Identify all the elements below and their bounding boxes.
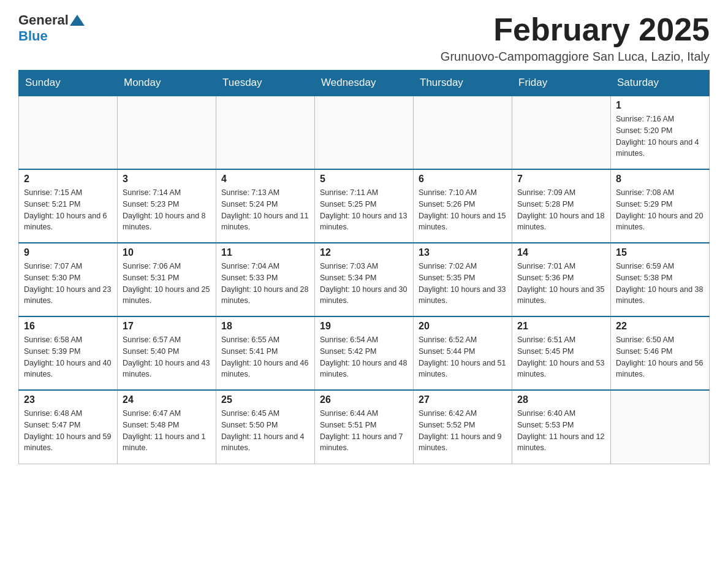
table-row xyxy=(611,390,710,464)
table-row: 15Sunrise: 6:59 AMSunset: 5:38 PMDayligh… xyxy=(611,243,710,316)
table-row xyxy=(19,96,118,169)
table-row: 8Sunrise: 7:08 AMSunset: 5:29 PMDaylight… xyxy=(611,169,710,243)
day-number: 3 xyxy=(123,174,211,185)
col-sunday: Sunday xyxy=(19,71,118,96)
day-number: 12 xyxy=(320,247,408,258)
day-number: 7 xyxy=(517,174,605,185)
day-info: Sunrise: 6:57 AMSunset: 5:40 PMDaylight:… xyxy=(123,334,211,380)
calendar-week-3: 9Sunrise: 7:07 AMSunset: 5:30 PMDaylight… xyxy=(19,243,710,316)
table-row: 9Sunrise: 7:07 AMSunset: 5:30 PMDaylight… xyxy=(19,243,118,316)
table-row: 7Sunrise: 7:09 AMSunset: 5:28 PMDaylight… xyxy=(512,169,611,243)
day-number: 21 xyxy=(517,321,605,332)
month-title: February 2025 xyxy=(441,12,710,47)
table-row: 4Sunrise: 7:13 AMSunset: 5:24 PMDaylight… xyxy=(216,169,315,243)
table-row xyxy=(414,96,512,169)
day-info: Sunrise: 7:07 AMSunset: 5:30 PMDaylight:… xyxy=(24,261,112,307)
table-row xyxy=(216,96,315,169)
day-info: Sunrise: 6:42 AMSunset: 5:52 PMDaylight:… xyxy=(419,408,507,454)
day-info: Sunrise: 6:51 AMSunset: 5:45 PMDaylight:… xyxy=(517,334,605,380)
day-number: 6 xyxy=(419,174,507,185)
calendar-week-1: 1Sunrise: 7:16 AMSunset: 5:20 PMDaylight… xyxy=(19,96,710,169)
day-info: Sunrise: 6:45 AMSunset: 5:50 PMDaylight:… xyxy=(221,408,309,454)
table-row: 3Sunrise: 7:14 AMSunset: 5:23 PMDaylight… xyxy=(118,169,216,243)
table-row xyxy=(512,96,611,169)
day-info: Sunrise: 7:16 AMSunset: 5:20 PMDaylight:… xyxy=(616,113,704,159)
table-row: 24Sunrise: 6:47 AMSunset: 5:48 PMDayligh… xyxy=(118,390,216,464)
day-info: Sunrise: 6:54 AMSunset: 5:42 PMDaylight:… xyxy=(320,334,408,380)
col-tuesday: Tuesday xyxy=(216,71,315,96)
day-number: 2 xyxy=(24,174,112,185)
day-number: 24 xyxy=(123,394,211,405)
table-row: 14Sunrise: 7:01 AMSunset: 5:36 PMDayligh… xyxy=(512,243,611,316)
day-number: 17 xyxy=(123,321,211,332)
table-row: 25Sunrise: 6:45 AMSunset: 5:50 PMDayligh… xyxy=(216,390,315,464)
logo: General Blue xyxy=(18,12,86,44)
page-header: General Blue February 2025 Grunuovo-Camp… xyxy=(18,12,710,64)
day-number: 13 xyxy=(419,247,507,258)
day-number: 27 xyxy=(419,394,507,405)
table-row: 20Sunrise: 6:52 AMSunset: 5:44 PMDayligh… xyxy=(414,316,512,390)
day-info: Sunrise: 6:55 AMSunset: 5:41 PMDaylight:… xyxy=(221,334,309,380)
table-row: 22Sunrise: 6:50 AMSunset: 5:46 PMDayligh… xyxy=(611,316,710,390)
day-info: Sunrise: 6:48 AMSunset: 5:47 PMDaylight:… xyxy=(24,408,112,454)
day-info: Sunrise: 7:15 AMSunset: 5:21 PMDaylight:… xyxy=(24,187,112,233)
day-info: Sunrise: 7:04 AMSunset: 5:33 PMDaylight:… xyxy=(221,261,309,307)
day-number: 28 xyxy=(517,394,605,405)
day-number: 16 xyxy=(24,321,112,332)
logo-blue-text: Blue xyxy=(18,28,48,44)
day-number: 11 xyxy=(221,247,309,258)
day-info: Sunrise: 7:08 AMSunset: 5:29 PMDaylight:… xyxy=(616,187,704,233)
day-number: 9 xyxy=(24,247,112,258)
table-row: 26Sunrise: 6:44 AMSunset: 5:51 PMDayligh… xyxy=(315,390,414,464)
col-thursday: Thursday xyxy=(414,71,512,96)
logo-triangle-icon xyxy=(70,15,85,26)
day-info: Sunrise: 7:03 AMSunset: 5:34 PMDaylight:… xyxy=(320,261,408,307)
day-info: Sunrise: 7:02 AMSunset: 5:35 PMDaylight:… xyxy=(419,261,507,307)
day-info: Sunrise: 7:10 AMSunset: 5:26 PMDaylight:… xyxy=(419,187,507,233)
table-row: 6Sunrise: 7:10 AMSunset: 5:26 PMDaylight… xyxy=(414,169,512,243)
table-row: 18Sunrise: 6:55 AMSunset: 5:41 PMDayligh… xyxy=(216,316,315,390)
day-number: 10 xyxy=(123,247,211,258)
table-row xyxy=(315,96,414,169)
day-info: Sunrise: 7:11 AMSunset: 5:25 PMDaylight:… xyxy=(320,187,408,233)
table-row: 11Sunrise: 7:04 AMSunset: 5:33 PMDayligh… xyxy=(216,243,315,316)
calendar-week-2: 2Sunrise: 7:15 AMSunset: 5:21 PMDaylight… xyxy=(19,169,710,243)
col-saturday: Saturday xyxy=(611,71,710,96)
day-number: 14 xyxy=(517,247,605,258)
table-row: 5Sunrise: 7:11 AMSunset: 5:25 PMDaylight… xyxy=(315,169,414,243)
day-number: 25 xyxy=(221,394,309,405)
col-monday: Monday xyxy=(118,71,216,96)
calendar-week-5: 23Sunrise: 6:48 AMSunset: 5:47 PMDayligh… xyxy=(19,390,710,464)
table-row: 17Sunrise: 6:57 AMSunset: 5:40 PMDayligh… xyxy=(118,316,216,390)
day-info: Sunrise: 6:44 AMSunset: 5:51 PMDaylight:… xyxy=(320,408,408,454)
table-row: 13Sunrise: 7:02 AMSunset: 5:35 PMDayligh… xyxy=(414,243,512,316)
day-number: 26 xyxy=(320,394,408,405)
day-number: 20 xyxy=(419,321,507,332)
day-info: Sunrise: 6:59 AMSunset: 5:38 PMDaylight:… xyxy=(616,261,704,307)
table-row: 21Sunrise: 6:51 AMSunset: 5:45 PMDayligh… xyxy=(512,316,611,390)
day-number: 8 xyxy=(616,174,704,185)
day-info: Sunrise: 6:52 AMSunset: 5:44 PMDaylight:… xyxy=(419,334,507,380)
day-number: 23 xyxy=(24,394,112,405)
day-number: 19 xyxy=(320,321,408,332)
table-row: 23Sunrise: 6:48 AMSunset: 5:47 PMDayligh… xyxy=(19,390,118,464)
day-number: 22 xyxy=(616,321,704,332)
day-info: Sunrise: 7:06 AMSunset: 5:31 PMDaylight:… xyxy=(123,261,211,307)
table-row: 28Sunrise: 6:40 AMSunset: 5:53 PMDayligh… xyxy=(512,390,611,464)
calendar-week-4: 16Sunrise: 6:58 AMSunset: 5:39 PMDayligh… xyxy=(19,316,710,390)
table-row: 12Sunrise: 7:03 AMSunset: 5:34 PMDayligh… xyxy=(315,243,414,316)
day-info: Sunrise: 7:09 AMSunset: 5:28 PMDaylight:… xyxy=(517,187,605,233)
col-friday: Friday xyxy=(512,71,611,96)
table-row: 10Sunrise: 7:06 AMSunset: 5:31 PMDayligh… xyxy=(118,243,216,316)
table-row: 2Sunrise: 7:15 AMSunset: 5:21 PMDaylight… xyxy=(19,169,118,243)
logo-general-text: General xyxy=(18,12,69,28)
day-number: 4 xyxy=(221,174,309,185)
day-number: 5 xyxy=(320,174,408,185)
calendar-header-row: Sunday Monday Tuesday Wednesday Thursday… xyxy=(19,71,710,96)
day-info: Sunrise: 6:50 AMSunset: 5:46 PMDaylight:… xyxy=(616,334,704,380)
day-info: Sunrise: 6:47 AMSunset: 5:48 PMDaylight:… xyxy=(123,408,211,454)
table-row: 16Sunrise: 6:58 AMSunset: 5:39 PMDayligh… xyxy=(19,316,118,390)
day-number: 1 xyxy=(616,100,704,111)
location-title: Grunuovo-Campomaggiore San Luca, Lazio, … xyxy=(441,50,710,64)
col-wednesday: Wednesday xyxy=(315,71,414,96)
